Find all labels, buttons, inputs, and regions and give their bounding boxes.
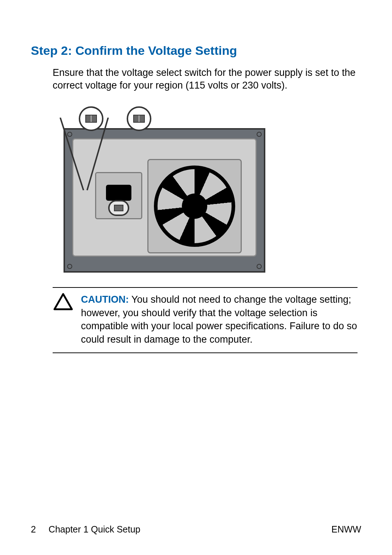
power-socket xyxy=(95,172,142,219)
fan-grille xyxy=(147,159,242,253)
caution-text: CAUTION: You should not need to change t… xyxy=(81,293,358,346)
page-number: 2 xyxy=(31,524,36,534)
voltage-figure xyxy=(64,106,361,273)
caution-label: CAUTION: xyxy=(81,294,129,305)
callout-115 xyxy=(127,106,151,131)
page-footer: 2 Chapter 1 Quick Setup ENWW xyxy=(31,524,361,535)
voltage-switch xyxy=(108,200,129,216)
caution-block: CAUTION: You should not need to change t… xyxy=(53,287,358,353)
chapter-label: Chapter 1 Quick Setup xyxy=(49,524,140,534)
section-heading: Step 2: Confirm the Voltage Setting xyxy=(31,44,361,58)
caution-icon xyxy=(53,293,74,312)
footer-right: ENWW xyxy=(331,524,361,535)
callout-230 xyxy=(79,106,103,131)
body-paragraph: Ensure that the voltage select switch fo… xyxy=(53,66,361,92)
svg-marker-2 xyxy=(54,294,72,309)
power-supply-illustration xyxy=(64,128,265,273)
